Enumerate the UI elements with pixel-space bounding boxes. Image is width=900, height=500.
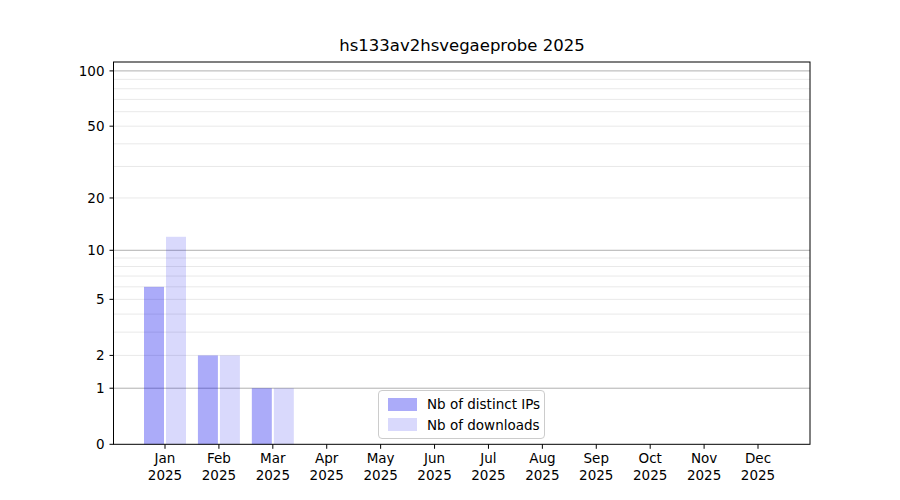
x-tick-label-month-jun: Jun xyxy=(423,450,445,466)
x-tick-label-month-mar: Mar xyxy=(260,450,286,466)
figure: hs133av2hsvegaeprobe 2025 0125102050100J… xyxy=(0,0,900,500)
x-tick-label-month-apr: Apr xyxy=(315,450,339,466)
x-tick-label-year-jun: 2025 xyxy=(417,467,451,483)
legend-label-downloads: Nb of downloads xyxy=(427,418,540,433)
x-tick-label-month-aug: Aug xyxy=(529,450,555,466)
x-tick-label-month-may: May xyxy=(367,450,395,466)
y-tick-label-2: 2 xyxy=(96,347,105,363)
x-tick-label-year-oct: 2025 xyxy=(633,467,667,483)
legend: Nb of distinct IPs Nb of downloads xyxy=(378,390,545,439)
y-tick-label-50: 50 xyxy=(87,118,104,134)
x-tick-label-month-feb: Feb xyxy=(207,450,231,466)
x-tick-label-year-nov: 2025 xyxy=(687,467,721,483)
y-tick-label-20: 20 xyxy=(87,190,104,206)
x-tick-label-month-jul: Jul xyxy=(479,450,496,466)
x-tick-label-year-aug: 2025 xyxy=(525,467,559,483)
bar-distinct-ips-feb xyxy=(198,355,218,444)
y-tick-label-5: 5 xyxy=(96,291,105,307)
x-tick-label-month-jan: Jan xyxy=(154,450,176,466)
x-tick-label-year-apr: 2025 xyxy=(310,467,344,483)
plot-border xyxy=(114,62,811,444)
x-tick-label-month-nov: Nov xyxy=(691,450,717,466)
x-tick-label-year-mar: 2025 xyxy=(256,467,290,483)
y-tick-label-100: 100 xyxy=(79,63,105,79)
bar-distinct-ips-jan xyxy=(144,287,164,444)
bar-downloads-feb xyxy=(220,355,240,444)
x-tick-label-year-feb: 2025 xyxy=(202,467,236,483)
x-tick-label-month-oct: Oct xyxy=(639,450,662,466)
bar-distinct-ips-mar xyxy=(252,388,272,444)
bar-downloads-mar xyxy=(274,388,294,444)
y-tick-label-1: 1 xyxy=(96,380,105,396)
bar-downloads-jan xyxy=(166,237,186,445)
legend-swatch-distinct-ips xyxy=(388,398,417,411)
legend-swatch-downloads xyxy=(388,418,417,431)
legend-item-downloads: Nb of downloads xyxy=(388,418,544,433)
legend-label-distinct-ips: Nb of distinct IPs xyxy=(427,397,540,412)
x-tick-label-year-jul: 2025 xyxy=(471,467,505,483)
x-tick-label-year-dec: 2025 xyxy=(741,467,775,483)
y-tick-label-0: 0 xyxy=(96,436,105,452)
x-tick-label-month-dec: Dec xyxy=(745,450,771,466)
x-tick-label-year-may: 2025 xyxy=(363,467,397,483)
x-tick-label-year-jan: 2025 xyxy=(148,467,182,483)
x-tick-label-month-sep: Sep xyxy=(584,450,609,466)
legend-item-distinct-ips: Nb of distinct IPs xyxy=(388,397,544,412)
y-tick-label-10: 10 xyxy=(87,242,104,258)
x-tick-label-year-sep: 2025 xyxy=(579,467,613,483)
